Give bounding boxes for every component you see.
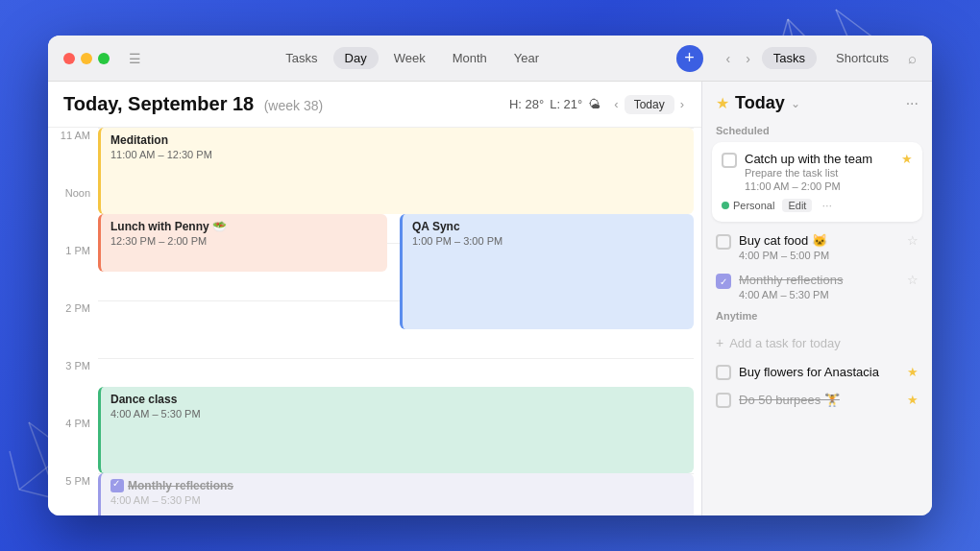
tag-more-icon[interactable]: ··· bbox=[821, 198, 832, 212]
right-panel: ★ Today ⌄ ··· Scheduled Catch up with th… bbox=[701, 82, 932, 515]
task-time-catch-up: 11:00 AM – 2:00 PM bbox=[745, 180, 890, 192]
task-checkbox-catch-up[interactable] bbox=[722, 153, 737, 168]
task-time-reflections: 4:00 AM – 5:30 PM bbox=[739, 289, 895, 300]
tag-dot-personal bbox=[722, 202, 729, 209]
time-slot-4pm: 4 PM bbox=[48, 416, 98, 473]
prev-day-icon[interactable]: ‹ bbox=[612, 95, 620, 113]
time-slot-5pm: 5 PM bbox=[48, 473, 98, 515]
tab-year[interactable]: Year bbox=[502, 47, 551, 69]
event-time: 4:00 AM – 5:30 PM bbox=[110, 494, 684, 506]
events-column: Meditation 11:00 AM – 12:30 PM Lunch wit… bbox=[98, 128, 701, 515]
page-title: Today, September 18 (week 38) bbox=[63, 93, 323, 115]
anytime-section-label: Anytime bbox=[702, 306, 932, 327]
main-content: Today, September 18 (week 38) H: 28° L: … bbox=[48, 82, 932, 515]
tab-day[interactable]: Day bbox=[333, 47, 379, 69]
star-icon: ★ bbox=[716, 94, 729, 112]
event-qa-sync[interactable]: QA Sync 1:00 PM – 3:00 PM bbox=[400, 214, 694, 329]
menu-icon[interactable]: ☰ bbox=[129, 51, 141, 66]
shortcuts-button[interactable]: Shortcuts bbox=[824, 47, 900, 69]
tab-tasks[interactable]: Tasks bbox=[274, 47, 329, 69]
checked-icon bbox=[110, 479, 124, 492]
task-buy-cat-food[interactable]: Buy cat food 🐱 4:00 PM – 5:00 PM ☆ bbox=[702, 228, 932, 267]
next-day-icon[interactable]: › bbox=[678, 95, 686, 113]
titlebar: ☰ Tasks Day Week Month Year + ‹ › Tasks … bbox=[48, 36, 932, 82]
event-monthly-reflections[interactable]: Monthly reflections 4:00 AM – 5:30 PM bbox=[98, 473, 694, 515]
task-burpees[interactable]: Do 50 burpees 🏋 ★ bbox=[702, 386, 932, 414]
time-slot-1pm: 1 PM bbox=[48, 243, 98, 300]
task-info-burpees: Do 50 burpees 🏋 bbox=[739, 393, 895, 407]
event-time: 11:00 AM – 12:30 PM bbox=[110, 149, 684, 160]
tag-label-personal: Personal bbox=[733, 200, 774, 211]
task-info-catch-up: Catch up with the team Prepare the task … bbox=[745, 152, 890, 192]
task-name-cat-food: Buy cat food 🐱 bbox=[739, 233, 895, 248]
calendar-body: 11 AM Noon 1 PM 2 PM 3 PM 4 PM 5 PM 6 PM… bbox=[48, 128, 701, 515]
minimize-button[interactable] bbox=[81, 53, 92, 64]
tasks-button[interactable]: Tasks bbox=[762, 47, 817, 69]
task-star-flowers-icon[interactable]: ★ bbox=[907, 365, 919, 379]
task-info-reflections: Monthly reflections 4:00 AM – 5:30 PM bbox=[739, 273, 895, 300]
today-button[interactable]: Today bbox=[625, 95, 674, 114]
task-name-catch-up: Catch up with the team bbox=[745, 152, 890, 166]
task-sub-catch-up: Prepare the task list bbox=[745, 167, 890, 179]
date-nav: ‹ Today › bbox=[612, 95, 686, 114]
right-nav: ‹ › Tasks Shortcuts ⌕ bbox=[723, 47, 918, 69]
event-title: QA Sync bbox=[412, 220, 684, 233]
event-title: Lunch with Penny 🥗 bbox=[110, 220, 378, 233]
tab-month[interactable]: Month bbox=[441, 47, 499, 69]
task-catch-up[interactable]: Catch up with the team Prepare the task … bbox=[712, 142, 922, 222]
task-name-burpees: Do 50 burpees 🏋 bbox=[739, 393, 895, 407]
task-name-reflections: Monthly reflections bbox=[739, 273, 895, 287]
panel-title: Today bbox=[735, 93, 785, 113]
time-slot-11am: 11 AM bbox=[48, 128, 98, 185]
search-icon[interactable]: ⌕ bbox=[908, 50, 917, 66]
task-star-outline-icon[interactable]: ☆ bbox=[907, 233, 919, 248]
time-column: 11 AM Noon 1 PM 2 PM 3 PM 4 PM 5 PM 6 PM… bbox=[48, 128, 98, 515]
weather-icon: 🌤 bbox=[588, 97, 600, 111]
scheduled-section-label: Scheduled bbox=[702, 121, 932, 142]
event-lunch[interactable]: Lunch with Penny 🥗 12:30 PM – 2:00 PM bbox=[98, 214, 387, 272]
maximize-button[interactable] bbox=[98, 53, 110, 64]
weather-high: H: 28° bbox=[509, 97, 544, 111]
task-time-cat-food: 4:00 PM – 5:00 PM bbox=[739, 250, 895, 261]
task-star-icon[interactable]: ★ bbox=[901, 152, 913, 166]
task-info-cat-food: Buy cat food 🐱 4:00 PM – 5:00 PM bbox=[739, 233, 895, 261]
app-window: ☰ Tasks Day Week Month Year + ‹ › Tasks … bbox=[48, 36, 932, 515]
event-meditation[interactable]: Meditation 11:00 AM – 12:30 PM bbox=[98, 128, 694, 214]
more-options-icon[interactable]: ··· bbox=[906, 95, 919, 112]
nav-prev-icon[interactable]: ‹ bbox=[723, 49, 735, 68]
chevron-down-icon[interactable]: ⌄ bbox=[791, 97, 800, 110]
plus-icon: + bbox=[716, 335, 723, 350]
event-time: 1:00 PM – 3:00 PM bbox=[412, 235, 684, 247]
nav-next-icon[interactable]: › bbox=[742, 49, 754, 68]
event-title: Meditation bbox=[110, 133, 684, 147]
panel-header: ★ Today ⌄ ··· bbox=[702, 82, 932, 121]
task-checkbox-cat-food[interactable] bbox=[716, 234, 731, 250]
task-monthly-reflections[interactable]: Monthly reflections 4:00 AM – 5:30 PM ☆ bbox=[702, 267, 932, 306]
weather-low: L: 21° bbox=[550, 97, 582, 111]
task-checkbox-flowers[interactable] bbox=[716, 365, 731, 380]
task-name-flowers: Buy flowers for Anastacia bbox=[739, 365, 895, 379]
time-slot-2pm: 2 PM bbox=[48, 300, 98, 358]
weather-info: H: 28° L: 21° 🌤 bbox=[509, 97, 600, 111]
add-button[interactable]: + bbox=[676, 45, 703, 72]
calendar-header: Today, September 18 (week 38) H: 28° L: … bbox=[48, 82, 701, 128]
event-time: 4:00 AM – 5:30 PM bbox=[110, 408, 684, 419]
event-time: 12:30 PM – 2:00 PM bbox=[110, 235, 378, 247]
add-task-label: Add a task for today bbox=[729, 336, 841, 350]
task-star-burpees-icon[interactable]: ★ bbox=[907, 393, 919, 407]
event-title: Dance class bbox=[110, 393, 684, 406]
task-buy-flowers[interactable]: Buy flowers for Anastacia ★ bbox=[702, 358, 932, 386]
tag-edit-button[interactable]: Edit bbox=[782, 199, 812, 212]
tab-week[interactable]: Week bbox=[382, 47, 437, 69]
task-star-outline-reflections-icon[interactable]: ☆ bbox=[907, 273, 919, 287]
event-dance-class[interactable]: Dance class 4:00 AM – 5:30 PM bbox=[98, 387, 694, 473]
add-task-row[interactable]: + Add a task for today bbox=[702, 327, 932, 358]
task-checkbox-burpees[interactable] bbox=[716, 393, 731, 408]
task-checkbox-reflections[interactable] bbox=[716, 274, 731, 289]
event-title: Monthly reflections bbox=[128, 479, 233, 492]
close-button[interactable] bbox=[63, 53, 75, 64]
task-info-flowers: Buy flowers for Anastacia bbox=[739, 365, 895, 379]
today-label: Today, September 18 bbox=[63, 93, 254, 114]
nav-tabs: Tasks Day Week Month Year bbox=[160, 47, 665, 69]
time-slot-noon: Noon bbox=[48, 185, 98, 243]
